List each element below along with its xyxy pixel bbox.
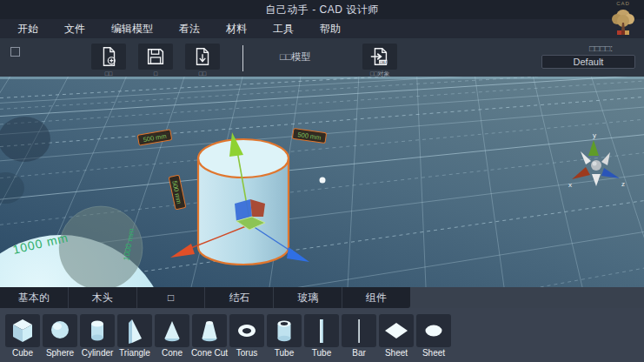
cone-icon bbox=[155, 314, 189, 347]
toolbar-button-3[interactable]: □□ bbox=[183, 44, 222, 77]
tube-icon bbox=[267, 314, 302, 347]
axis-label-z: z bbox=[621, 180, 625, 188]
shape-cube-1[interactable]: Cube bbox=[5, 314, 40, 362]
shape-label: Cone Cut bbox=[191, 348, 228, 358]
menu-item-7[interactable]: 帮助 bbox=[320, 22, 341, 37]
material-tabs: 基本的木头□结石玻璃组件 bbox=[0, 287, 410, 308]
shape-label: Tube bbox=[312, 348, 331, 358]
save-icon bbox=[138, 44, 173, 70]
tab-3[interactable]: □ bbox=[136, 287, 205, 308]
toolbar-button-1[interactable]: □□ bbox=[90, 44, 128, 77]
toolbar: □□□□□ □□模型 OBJ□□对象 □□□□: Default bbox=[0, 38, 644, 77]
file-button-group: □□□□□ bbox=[90, 44, 222, 77]
menu-item-4[interactable]: 看法 bbox=[179, 22, 200, 37]
menu-bar: 开始文件编辑模型看法材料工具帮助 bbox=[0, 19, 644, 38]
grid-point-marker[interactable] bbox=[320, 178, 326, 184]
tab-1[interactable]: 基本的 bbox=[0, 287, 68, 308]
shape-label: Sphere bbox=[46, 348, 74, 358]
shape-label: Tube bbox=[275, 348, 294, 358]
preset-dropdown[interactable]: Default bbox=[541, 55, 635, 69]
title-bar: 自己动手 - CAD 设计师 CAD bbox=[0, 0, 644, 19]
viewport-3d[interactable]: 1000 mm 1000 mm 500 bbox=[0, 77, 644, 287]
shape-label: Triangle bbox=[119, 348, 150, 358]
toolbar-checkbox[interactable] bbox=[10, 47, 20, 57]
preset-label: □□□□: bbox=[589, 44, 613, 53]
axis-label-y: y bbox=[593, 131, 596, 139]
axis-label-x: x bbox=[568, 181, 572, 189]
export-slot: OBJ□□对象 bbox=[361, 44, 399, 77]
shape-label: Torus bbox=[236, 348, 257, 358]
model-section-label: □□模型 bbox=[280, 50, 310, 64]
tube-thin-icon bbox=[304, 314, 339, 347]
shape-label: Cone bbox=[162, 348, 183, 358]
material-tab-row: 基本的木头□结石玻璃组件 bbox=[0, 287, 644, 308]
menu-item-3[interactable]: 编辑模型 bbox=[111, 22, 153, 37]
shape-cone-cut-6[interactable]: Cone Cut bbox=[192, 314, 227, 362]
shape-triangle-4[interactable]: Triangle bbox=[117, 314, 152, 362]
shape-torus-7[interactable]: Torus bbox=[229, 314, 264, 362]
shadow-blob bbox=[0, 117, 50, 162]
cone-cut-icon bbox=[192, 314, 227, 347]
menu-item-6[interactable]: 工具 bbox=[273, 22, 294, 37]
sphere-icon bbox=[43, 314, 77, 347]
tab-5[interactable]: 玻璃 bbox=[273, 287, 342, 308]
triangle-icon bbox=[117, 314, 152, 347]
cylinder-icon bbox=[80, 314, 115, 347]
file-down-icon bbox=[185, 44, 220, 70]
sheet-ellipse-icon bbox=[416, 314, 451, 347]
toolbar-divider bbox=[242, 45, 243, 71]
shape-label: Sheet bbox=[385, 348, 408, 358]
shape-label: Bar bbox=[352, 348, 366, 358]
shape-tube-9[interactable]: Tube bbox=[304, 314, 339, 362]
scene-canvas[interactable]: 1000 mm 1000 mm 500 bbox=[0, 77, 644, 287]
file-plus-icon bbox=[91, 44, 126, 70]
export-obj-button[interactable]: OBJ□□对象 bbox=[361, 44, 399, 77]
logo-text: CAD bbox=[616, 1, 630, 7]
shape-palette: CubeSphereCylinderTriangleConeCone CutTo… bbox=[0, 308, 644, 362]
shape-label: Cube bbox=[12, 348, 33, 358]
app-window: 自己动手 - CAD 设计师 CAD 开始文件编辑模型看法材料工具帮助 □□□□… bbox=[0, 0, 644, 362]
shape-cylinder-3[interactable]: Cylinder bbox=[80, 314, 115, 362]
shape-cone-5[interactable]: Cone bbox=[155, 314, 189, 362]
horizon-line bbox=[0, 77, 644, 79]
app-logo: CAD bbox=[606, 1, 641, 37]
preset-group: □□□□: Default bbox=[541, 44, 635, 69]
shape-sheet-11[interactable]: Sheet bbox=[379, 314, 414, 362]
tab-6[interactable]: 组件 bbox=[342, 287, 410, 308]
torus-icon bbox=[229, 314, 264, 347]
menu-item-2[interactable]: 文件 bbox=[64, 22, 85, 37]
file-export-icon: OBJ bbox=[362, 44, 397, 70]
toolbar-button-2[interactable]: □ bbox=[136, 44, 175, 77]
shape-label: Cylinder bbox=[82, 348, 114, 358]
shape-sphere-2[interactable]: Sphere bbox=[43, 314, 77, 362]
shape-sheet-12[interactable]: Sheet bbox=[416, 314, 451, 362]
window-title: 自己动手 - CAD 设计师 bbox=[265, 3, 378, 17]
svg-text:OBJ: OBJ bbox=[380, 60, 387, 64]
shape-tube-8[interactable]: Tube bbox=[267, 314, 302, 362]
shape-label: Sheet bbox=[422, 348, 445, 358]
cube-icon bbox=[5, 314, 40, 347]
shape-bar-10[interactable]: Bar bbox=[342, 314, 376, 362]
bar-icon bbox=[342, 314, 376, 347]
menu-item-1[interactable]: 开始 bbox=[17, 22, 38, 37]
menu-item-5[interactable]: 材料 bbox=[226, 22, 247, 37]
sheet-diamond-icon bbox=[379, 314, 414, 347]
tree-logo-icon bbox=[608, 7, 638, 37]
tab-2[interactable]: 木头 bbox=[68, 287, 136, 308]
tab-4[interactable]: 结石 bbox=[204, 287, 273, 308]
